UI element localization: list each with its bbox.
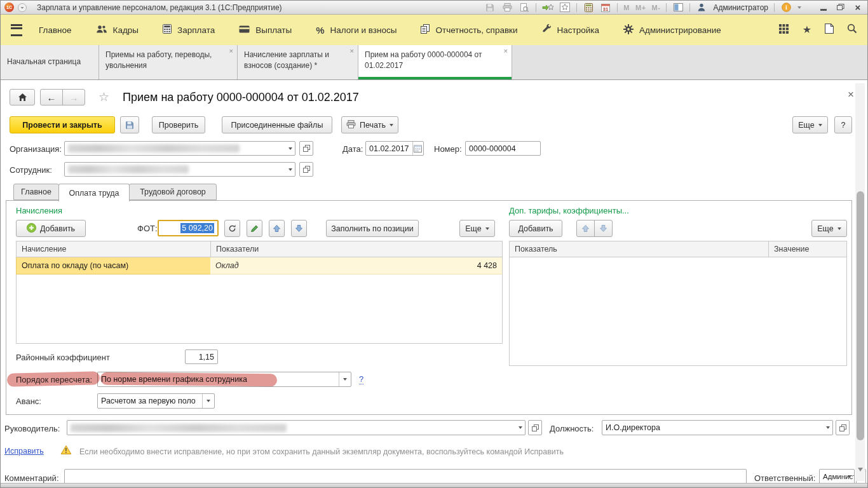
organization-open-button[interactable] — [299, 141, 313, 156]
district-coefficient-input[interactable]: 1,15 — [185, 349, 218, 364]
menu-item-glavnoe[interactable]: Главное — [39, 25, 72, 35]
tariffs-more-button[interactable]: Еще — [811, 220, 847, 237]
tab-close-icon[interactable]: × — [350, 48, 354, 55]
menu-item-nastroyka[interactable]: Настройка — [542, 24, 599, 36]
position-open-button[interactable] — [836, 420, 850, 435]
favorite-star-icon[interactable]: ☆ — [98, 90, 109, 104]
accrual-row-value[interactable]: 4 428 — [420, 257, 503, 274]
employee-combo[interactable] — [64, 162, 295, 177]
info-icon[interactable]: i — [780, 2, 792, 13]
history-icon[interactable] — [825, 24, 834, 36]
responsible-combo[interactable]: Администратор — [819, 469, 855, 484]
edit-pencil-button[interactable] — [247, 220, 262, 237]
memory-add-button[interactable]: M+ — [635, 4, 646, 11]
print-icon[interactable] — [501, 2, 513, 13]
dropdown-icon[interactable] — [339, 372, 351, 386]
accruals-more-button[interactable]: Еще — [459, 220, 495, 237]
dropdown-icon[interactable] — [826, 426, 830, 429]
split-window-icon[interactable] — [672, 2, 684, 13]
tariffs-move-up-button[interactable] — [576, 220, 595, 237]
accrual-row-indicator[interactable]: Оклад — [210, 257, 420, 274]
memory-subtract-button[interactable]: M- — [652, 4, 661, 11]
home-button[interactable] — [10, 89, 35, 105]
inner-tab-glavnoe[interactable]: Главное — [13, 184, 59, 200]
comment-input[interactable] — [64, 469, 747, 484]
scrollbar-down-arrow-icon[interactable] — [858, 468, 863, 471]
district-coefficient-label: Районный коэффициент — [16, 353, 110, 362]
add-to-favorites-icon[interactable] — [542, 2, 553, 13]
check-button[interactable]: Проверить — [152, 116, 205, 133]
fot-recalculate-button[interactable] — [224, 220, 240, 237]
dropdown-icon[interactable] — [519, 426, 522, 429]
tariffs-table-body[interactable] — [509, 257, 847, 366]
save-icon[interactable] — [484, 2, 496, 13]
dropdown-icon[interactable] — [288, 168, 292, 171]
move-down-button[interactable] — [291, 220, 307, 237]
apps-grid-icon[interactable] — [778, 24, 789, 37]
window-menu-icon[interactable] — [17, 2, 28, 13]
search-icon[interactable] — [847, 24, 857, 36]
memory-recall-button[interactable]: M — [623, 4, 630, 11]
calendar-icon[interactable]: 31 — [600, 2, 611, 13]
attached-files-button[interactable]: Присоединенные файлы — [222, 116, 332, 133]
date-input[interactable]: 01.02.2017 — [365, 141, 424, 156]
hamburger-menu-icon[interactable] — [11, 24, 22, 36]
fot-input[interactable]: 5 092,20 — [158, 220, 219, 236]
back-button[interactable]: ← — [40, 89, 63, 105]
tab-close-icon[interactable]: × — [504, 48, 508, 55]
inner-tab-trudovoy-dogovor[interactable]: Трудовой договор — [129, 184, 217, 200]
organization-combo[interactable] — [64, 141, 295, 156]
recalc-order-combo[interactable]: По норме времени графика сотрудника — [97, 372, 351, 387]
tariffs-add-button[interactable]: Добавить — [509, 220, 562, 237]
info-dropdown-icon[interactable] — [797, 6, 801, 9]
menu-item-vyplaty[interactable]: Выплаты — [239, 25, 292, 35]
accruals-table-body[interactable] — [16, 274, 503, 344]
dropdown-icon[interactable] — [202, 394, 214, 408]
manager-combo[interactable] — [67, 420, 526, 435]
menu-item-otchetnost[interactable]: Отчетность, справки — [421, 24, 517, 36]
employee-open-button[interactable] — [299, 162, 313, 177]
inner-tab-oplata-truda[interactable]: Оплата труда — [58, 184, 130, 201]
fix-link[interactable]: Исправить — [4, 447, 44, 456]
print-button[interactable]: Печать — [341, 116, 398, 133]
favorites-icon[interactable] — [559, 2, 571, 13]
position-value: И.О.директора — [606, 423, 660, 432]
help-button[interactable]: ? — [834, 116, 852, 133]
preview-icon[interactable] — [519, 2, 530, 13]
1c-logo-icon[interactable]: 1С — [4, 3, 14, 12]
close-window-button[interactable]: × — [852, 2, 864, 13]
accruals-add-button[interactable]: Добавить — [16, 220, 86, 237]
move-up-button[interactable] — [269, 220, 285, 237]
calendar-picker-icon[interactable] — [412, 142, 423, 155]
tab-close-icon[interactable]: × — [229, 48, 233, 55]
dropdown-icon[interactable] — [288, 147, 292, 150]
accrual-row-name[interactable]: Оплата по окладу (по часам) — [16, 257, 211, 274]
menu-item-kadry[interactable]: Кадры — [96, 25, 139, 36]
fill-by-position-button[interactable]: Заполнить по позиции — [326, 220, 419, 237]
recalc-help-link[interactable]: ? — [359, 374, 363, 384]
forward-button[interactable]: → — [62, 89, 85, 105]
maximize-button[interactable] — [835, 2, 846, 13]
save-document-button[interactable] — [120, 116, 139, 133]
dropdown-icon[interactable] — [848, 475, 851, 478]
favorites-star-icon[interactable]: ★ — [803, 25, 811, 35]
menu-item-administrirovanie[interactable]: Администрирование — [623, 24, 721, 36]
minimize-button[interactable] — [818, 2, 829, 13]
recalc-order-label: Порядок пересчета: — [16, 375, 92, 384]
position-combo[interactable]: И.О.директора — [602, 420, 833, 435]
menu-item-zarplata[interactable]: Зарплата — [163, 24, 215, 36]
close-form-icon[interactable]: × — [848, 88, 854, 101]
manager-open-button[interactable] — [528, 420, 542, 435]
more-button-toolbar[interactable]: Еще — [792, 116, 828, 133]
tab-home-page[interactable]: Начальная страница — [1, 45, 99, 79]
menu-item-nalogi[interactable]: % Налоги и взносы — [316, 25, 397, 36]
calculator-icon[interactable] — [583, 2, 594, 13]
post-and-close-button[interactable]: Провести и закрыть — [10, 116, 115, 133]
tab-priem-na-rabotu-document[interactable]: Прием на работу 0000-000004 от 01.02.201… — [358, 45, 512, 79]
advance-combo[interactable]: Расчетом за первую поло — [97, 393, 215, 409]
tab-priemy-na-rabotu[interactable]: Приемы на работу, переводы, увольнения× — [99, 45, 238, 79]
scrollbar-thumb[interactable] — [857, 191, 864, 440]
tab-nachislenie-zarplaty[interactable]: Начисление зарплаты и взносов (создание)… — [238, 45, 358, 79]
number-input[interactable]: 0000-000004 — [465, 141, 541, 156]
tariffs-move-down-button[interactable] — [594, 220, 613, 237]
